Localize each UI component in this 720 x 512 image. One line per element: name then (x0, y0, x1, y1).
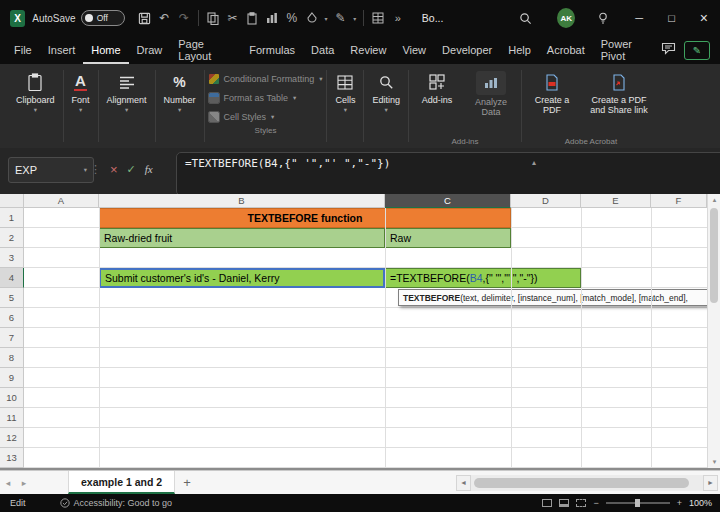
create-pdf-button[interactable]: Create a PDF (526, 67, 578, 118)
row-header-11[interactable]: 11 (0, 408, 24, 428)
normal-view-icon[interactable] (542, 499, 552, 507)
cells-canvas[interactable]: TEXTBEFORE function Raw-dried fruit Raw … (24, 208, 707, 468)
column-header-b[interactable]: B (99, 194, 385, 208)
ribbon-tab-home[interactable]: Home (83, 36, 128, 64)
cell-b4[interactable]: Submit customer's id's - Daniel, Kerry (99, 268, 385, 288)
row-header-12[interactable]: 12 (0, 428, 24, 448)
cell-styles-button[interactable]: Cell Styles ▾ (209, 109, 323, 125)
cells-button[interactable]: Cells ▾ (331, 67, 359, 116)
sheet-nav-left-icon[interactable]: ◂ (0, 478, 16, 488)
cell-b1-merged-title[interactable]: TEXTBEFORE function (99, 208, 511, 228)
workbook-name[interactable]: Bo... (422, 12, 444, 24)
alignment-button[interactable]: Alignment ▾ (103, 67, 151, 116)
horizontal-scroll-track[interactable] (471, 475, 703, 491)
row-header-3[interactable]: 3 (0, 248, 24, 268)
horizontal-scroll-thumb[interactable] (474, 478, 689, 488)
font-button[interactable]: A Font ▾ (68, 67, 94, 116)
row-header-7[interactable]: 7 (0, 328, 24, 348)
horizontal-scrollbar[interactable]: ◄ ► (456, 475, 718, 491)
row-header-13[interactable]: 13 (0, 448, 24, 468)
vertical-scroll-thumb[interactable] (710, 208, 718, 303)
row-header-9[interactable]: 9 (0, 368, 24, 388)
copy-icon[interactable] (203, 6, 223, 30)
draw-pen-icon[interactable]: ✎ (331, 6, 351, 30)
ribbon-tab-help[interactable]: Help (500, 36, 539, 64)
formula-input[interactable]: =TEXTBEFORE(B4,{" '","' ","-"}) (176, 152, 720, 196)
zoom-out-icon[interactable]: − (593, 498, 598, 508)
chevron-down-icon[interactable]: ▾ (322, 15, 331, 22)
chart-icon[interactable] (262, 6, 282, 30)
paste-icon[interactable] (242, 6, 262, 30)
collapse-formula-bar-icon[interactable]: ▴ (532, 158, 536, 167)
ribbon-tab-power-pivot[interactable]: Power Pivot (593, 36, 661, 64)
ribbon-tab-review[interactable]: Review (342, 36, 394, 64)
ribbon-tab-developer[interactable]: Developer (434, 36, 500, 64)
column-header-e[interactable]: E (581, 194, 651, 208)
row-header-5[interactable]: 5 (0, 288, 24, 308)
zoom-slider[interactable] (606, 502, 670, 504)
analyze-data-button[interactable]: Analyze Data (465, 67, 517, 120)
cell-b2[interactable]: Raw-dried fruit (99, 228, 385, 248)
editing-button[interactable]: Editing ▾ (368, 67, 404, 116)
autosave-toggle[interactable]: AutoSave Off (32, 10, 124, 26)
more-options-icon[interactable]: ⋮ (90, 163, 101, 176)
number-button[interactable]: % Number ▾ (160, 67, 200, 116)
page-layout-view-icon[interactable] (559, 499, 569, 507)
ribbon-tab-acrobat[interactable]: Acrobat (539, 36, 593, 64)
save-icon[interactable] (135, 6, 155, 30)
zoom-in-icon[interactable]: + (677, 498, 682, 508)
cancel-entry-icon[interactable]: × (110, 162, 118, 177)
undo-icon[interactable]: ↶ (154, 6, 174, 30)
name-box[interactable]: EXP ▾ (8, 157, 94, 183)
redo-icon[interactable]: ↷ (174, 6, 194, 30)
column-header-a[interactable]: A (24, 194, 99, 208)
autosave-switch[interactable]: Off (81, 10, 125, 26)
insert-function-icon[interactable]: fx (145, 163, 153, 175)
column-header-d[interactable]: D (511, 194, 581, 208)
zoom-level[interactable]: 100% (689, 498, 712, 508)
search-icon[interactable] (515, 6, 535, 30)
percent-style-icon[interactable]: % (282, 6, 302, 30)
row-header-6[interactable]: 6 (0, 308, 24, 328)
zoom-slider-thumb[interactable] (635, 499, 640, 507)
create-pdf-share-button[interactable]: Create a PDF and Share link (582, 67, 656, 118)
row-header-4[interactable]: 4 (0, 268, 24, 288)
conditional-formatting-button[interactable]: Conditional Formatting ▾ (209, 71, 323, 87)
scroll-left-icon[interactable]: ◄ (456, 475, 471, 491)
ribbon-tab-view[interactable]: View (394, 36, 434, 64)
fill-color-icon[interactable] (302, 6, 322, 30)
maximize-button[interactable]: □ (655, 0, 687, 36)
ribbon-tab-page-layout[interactable]: Page Layout (170, 36, 241, 64)
toolbar-overflow-icon[interactable]: » (388, 6, 408, 30)
page-break-view-icon[interactable] (576, 499, 586, 507)
column-header-f[interactable]: F (651, 194, 707, 208)
sheet-tab-active[interactable]: example 1 and 2 (68, 471, 175, 494)
ribbon-tab-file[interactable]: File (6, 36, 40, 64)
add-sheet-button[interactable]: + (175, 475, 199, 490)
ribbon-tab-formulas[interactable]: Formulas (241, 36, 303, 64)
sheet-nav-right-icon[interactable]: ▸ (16, 478, 32, 488)
confirm-entry-icon[interactable]: ✓ (127, 163, 136, 176)
column-header-c[interactable]: C (385, 194, 511, 208)
cut-icon[interactable]: ✂ (223, 6, 243, 30)
row-header-10[interactable]: 10 (0, 388, 24, 408)
row-header-8[interactable]: 8 (0, 348, 24, 368)
format-as-table-button[interactable]: Format as Table ▾ (209, 90, 323, 106)
clipboard-button[interactable]: Clipboard ▾ (12, 67, 59, 116)
table-icon[interactable] (368, 6, 388, 30)
scroll-down-icon[interactable]: ▾ (708, 456, 720, 468)
accessibility-status[interactable]: Accessibility: Good to go (60, 498, 173, 508)
ribbon-tab-insert[interactable]: Insert (40, 36, 84, 64)
editing-mode-icon[interactable]: ✎ (684, 41, 710, 60)
row-header-2[interactable]: 2 (0, 228, 24, 248)
vertical-scrollbar[interactable]: ▴ ▾ (707, 194, 720, 468)
scroll-up-icon[interactable]: ▴ (708, 194, 720, 206)
comments-icon[interactable] (661, 41, 676, 59)
chevron-down-icon[interactable]: ▾ (350, 15, 359, 22)
addins-button[interactable]: Add-ins (413, 67, 461, 107)
user-avatar[interactable]: AK (557, 8, 575, 28)
cell-c2[interactable]: Raw (385, 228, 511, 248)
cell-c4-editing[interactable]: =TEXTBEFORE(B4,{" '","' ","-"}) (385, 268, 581, 288)
lightbulb-icon[interactable] (593, 6, 613, 30)
close-button[interactable]: × (688, 0, 720, 36)
